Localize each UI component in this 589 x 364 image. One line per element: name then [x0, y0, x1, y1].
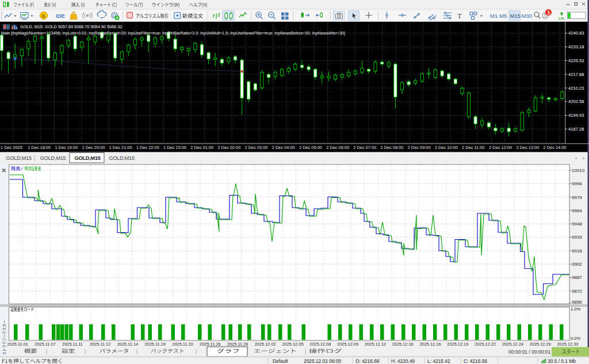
svg-text:2025.12.09: 2025.12.09 [337, 342, 358, 347]
svg-text:00:00:01 / 00:00:01: 00:00:01 / 00:00:01 [508, 349, 551, 355]
svg-text:2025.12.19: 2025.12.19 [447, 342, 468, 347]
svg-text:2025.11.12: 2025.11.12 [90, 342, 110, 347]
svg-text:M1: M1 [490, 13, 498, 19]
svg-text:1 Dec 2025: 1 Dec 2025 [1, 145, 22, 150]
svg-text:4187.28: 4187.28 [568, 127, 584, 132]
svg-text:2025.11.20: 2025.11.20 [172, 342, 193, 347]
svg-text:4240.83: 4240.83 [568, 30, 584, 36]
svg-text:2025.12.24: 2025.12.24 [502, 342, 523, 347]
svg-text:2025.11.26: 2025.11.26 [200, 342, 220, 347]
svg-text:|: | [85, 348, 86, 354]
svg-text:M30: M30 [522, 13, 532, 19]
svg-text:2025.12.12: 2025.12.12 [365, 342, 386, 347]
svg-text:9994: 9994 [572, 181, 582, 186]
svg-text:2025.12.08: 2025.12.08 [309, 342, 331, 347]
svg-text:4202.58: 4202.58 [568, 99, 584, 104]
svg-text:|: | [136, 348, 137, 354]
svg-text:2025.12.30: 2025.12.30 [557, 342, 579, 347]
svg-text:1 Dec 23:00: 1 Dec 23:00 [163, 145, 186, 150]
svg-text:2025.12.16: 2025.12.16 [420, 342, 441, 347]
svg-text:1 Dec 21:00: 1 Dec 21:00 [109, 145, 132, 150]
svg-text:›: › [583, 155, 584, 161]
svg-text:2025.12.16: 2025.12.16 [392, 342, 414, 347]
svg-text:2 Dec 07:00: 2 Dec 07:00 [353, 145, 376, 150]
svg-text:9887: 9887 [572, 275, 582, 280]
svg-text:2025.12.02: 2025.12.02 [255, 342, 276, 347]
svg-text:T: T [458, 13, 462, 20]
svg-text:GOLD,M15: GOLD,M15 [109, 155, 135, 161]
svg-text:1 Dec 22:00: 1 Dec 22:00 [136, 145, 159, 150]
svg-text:9856: 9856 [572, 300, 582, 305]
svg-text:L: 4215.42: L: 4215.42 [427, 358, 450, 364]
svg-text:|: | [305, 348, 306, 354]
svg-text:4225.53: 4225.53 [568, 58, 584, 63]
svg-text:GOLD,M15: GOLD,M15 [75, 155, 101, 161]
svg-text:|: | [34, 154, 35, 160]
svg-text:Main [InpMagicNumber=123456; I: Main [InpMagicNumber=123456; InpLots=0.0… [1, 30, 345, 36]
svg-text:‹: ‹ [575, 155, 577, 161]
svg-text:2025.12.22: 2025.12.22 [475, 342, 496, 347]
svg-text:9872: 9872 [572, 289, 582, 294]
svg-text:2 Dec 14:00: 2 Dec 14:00 [544, 145, 567, 150]
svg-text:0.0%: 0.0% [571, 336, 580, 341]
svg-text:|: | [46, 348, 47, 354]
svg-text:9979: 9979 [572, 195, 582, 200]
svg-text:C: 4216.56: C: 4216.56 [464, 358, 487, 364]
svg-text:2025.11.28: 2025.11.28 [227, 342, 248, 347]
svg-text:2025.11.01: 2025.11.01 [7, 342, 28, 347]
svg-text:9918: 9918 [572, 248, 582, 254]
svg-text:2 Dec 04:00: 2 Dec 04:00 [272, 145, 295, 150]
svg-text:2025.11.14: 2025.11.14 [117, 342, 138, 347]
svg-text:2 Dec 08:00: 2 Dec 08:00 [381, 145, 404, 150]
svg-text:Default: Default [273, 358, 288, 364]
svg-text:2 Dec 01:00: 2 Dec 01:00 [190, 145, 213, 150]
svg-text:2 Dec 06:00: 2 Dec 06:00 [326, 145, 349, 150]
svg-text:2 Dec 11:00: 2 Dec 11:00 [462, 145, 484, 150]
svg-text:1 Dec 18:00: 1 Dec 18:00 [28, 145, 51, 150]
svg-text:GOLD,M15: GOLD,M15 [40, 155, 66, 161]
svg-text:9933: 9933 [572, 235, 582, 240]
svg-text:4194.93: 4194.93 [568, 113, 584, 118]
svg-text:2 Dec 12:00: 2 Dec 12:00 [489, 145, 512, 150]
svg-text:2025.11.11: 2025.11.11 [62, 342, 83, 347]
svg-text:2025.11.19: 2025.11.19 [145, 342, 166, 347]
svg-text:2 Dec 09:00: 2 Dec 09:00 [408, 145, 431, 150]
svg-text:2025.11.07: 2025.11.07 [35, 342, 55, 347]
svg-text:2 Dec 13:00: 2 Dec 13:00 [516, 145, 539, 150]
svg-text:9948: 9948 [572, 221, 582, 227]
svg-text:4233.18: 4233.18 [568, 44, 584, 49]
svg-text:IDE: IDE [56, 13, 65, 19]
svg-text:10010: 10010 [572, 168, 585, 173]
svg-text:4210.23: 4210.23 [568, 86, 584, 91]
svg-text:9964: 9964 [572, 208, 582, 213]
svg-text:1: 1 [548, 10, 550, 16]
svg-text:1 Dec 20:00: 1 Dec 20:00 [82, 145, 105, 150]
svg-text:LVL: LVL [559, 17, 565, 20]
svg-text:O: 4216.68: O: 4216.68 [355, 358, 380, 364]
svg-text:2 Dec 05:00: 2 Dec 05:00 [299, 145, 322, 150]
svg-text:|: | [196, 348, 197, 354]
svg-text:M15: M15 [510, 13, 521, 19]
svg-text:2 Dec 03:00: 2 Dec 03:00 [245, 145, 268, 150]
svg-text:4217.88: 4217.88 [568, 72, 584, 77]
svg-text:1 Dec 19:00: 1 Dec 19:00 [55, 145, 78, 150]
svg-text:2 Dec 02:00: 2 Dec 02:00 [217, 145, 240, 150]
svg-text:2 Dec 10:00: 2 Dec 10:00 [435, 145, 458, 150]
svg-text:1.0%: 1.0% [571, 306, 580, 312]
svg-text:GOLD,M15: GOLD,M15 [6, 155, 32, 161]
svg-text:M5: M5 [499, 13, 507, 19]
svg-text:GOLD, M15: GOLD 5057.69 5066: GOLD, M15: GOLD 5057.69 5066.70 5054.90 … [20, 24, 122, 29]
svg-text:H: 4220.49: H: 4220.49 [391, 358, 415, 364]
svg-text:30.5 / 0.1 Mb: 30.5 / 0.1 Mb [548, 358, 576, 364]
svg-text:2025.12.02 06:00: 2025.12.02 06:00 [304, 358, 342, 364]
svg-text:9902: 9902 [572, 262, 582, 267]
svg-text:$: $ [42, 13, 45, 19]
svg-text:2025.12.29: 2025.12.29 [530, 342, 551, 347]
svg-text:2025.12.05: 2025.12.05 [282, 342, 304, 347]
